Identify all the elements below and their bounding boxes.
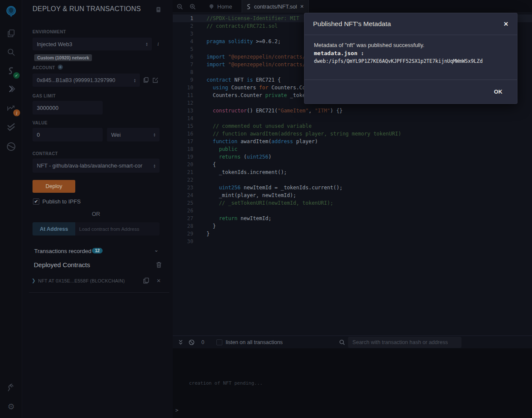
tab-nft-sol[interactable]: contracts/NFT.sol ✕ [242,0,309,13]
listen-transactions-checkbox[interactable] [216,339,222,345]
line-number: 20 [173,161,197,168]
modal-close-icon[interactable]: ✕ [503,21,508,27]
unit-value: Wei [111,132,154,138]
line-number: 19 [173,153,197,161]
line-number: 10 [173,84,197,91]
terminal-prompt[interactable]: > [175,407,178,413]
line-number: 8 [173,68,197,76]
line-number: 14 [173,115,197,122]
code-text: public [197,145,237,153]
contract-label: CONTRACT [33,151,58,156]
terminal-search-input[interactable] [348,337,461,348]
gas-limit-input[interactable] [37,105,98,111]
account-label: ACCOUNT [33,65,55,70]
at-address-button[interactable]: At Address [33,222,75,235]
contract-value: NFT - github/ava-labs/avalanche-smart-co… [37,162,157,169]
code-text [197,99,207,107]
code-text: // _setTokenURI(newItemId, tokenURI); [197,199,333,207]
deploy-run-icon[interactable] [0,80,22,99]
ban-icon[interactable] [189,339,195,345]
edit-icon[interactable] [152,77,159,85]
line-number: 12 [173,99,197,107]
select-arrows-icon: ▴▾ [146,42,148,46]
analytics-icon[interactable]: 1 [0,99,22,118]
line-number: 27 [173,215,197,222]
code-line: 20 { [173,161,532,168]
line-number: 28 [173,222,197,230]
transactions-count-badge: 12 [92,248,103,253]
code-text: return newItemId; [197,215,272,222]
publish-ipfs-checkbox[interactable]: ✔ [33,198,39,205]
modal-title: Published NFT's Metadata [313,20,391,28]
chevron-down-icon[interactable]: ⌄ [154,247,159,253]
double-chevron-down-icon[interactable] [178,339,183,345]
settings-icon[interactable]: ⚙ [0,397,22,416]
plugin-manager-icon[interactable] [0,378,22,397]
code-line: 30 [173,238,532,245]
code-text: contract NFT is ERC721 { [197,76,281,84]
value-input[interactable] [37,132,98,138]
search-icon[interactable] [0,43,22,62]
modal-header: Published NFT's Metadata ✕ [304,13,517,35]
code-line: 23 uint256 newItemId = _tokenIds.current… [173,184,532,191]
code-text: pragma solidity >=0.6.2; [197,38,281,45]
code-text: constructor() ERC721("GameItem", "ITM") … [197,107,343,115]
gas-limit-label: GAS LIMIT [33,94,56,98]
analytics-count-badge: 1 [13,109,20,116]
ok-button[interactable]: OK [494,88,502,95]
code-line: 14 [173,115,532,122]
code-line: 24 _mint(player, newItemId); [173,191,532,199]
line-number: 17 [173,138,197,145]
zoom-in-icon[interactable] [189,3,196,10]
code-text: _tokenIds.increment(); [197,168,287,176]
line-number: 21 [173,168,197,176]
code-text: // function awardItem(address player, st… [197,130,401,138]
at-address-input[interactable] [75,222,160,235]
line-number: 30 [173,238,197,245]
code-text: uint256 newItemId = _tokenIds.current(); [197,184,343,191]
chevron-right-icon[interactable]: ❯ [32,278,35,283]
code-text [197,238,207,245]
remix-ide-app: ✔ 1 ⚙ DEPLOY & RUN TRANSACTIONS ENVIRONM… [0,0,532,418]
code-text [197,176,207,184]
compiler-success-badge: ✔ [13,72,20,79]
terminal: 0 listen on all transactions creation of… [173,336,532,418]
file-explorer-icon[interactable] [0,24,22,43]
contract-select[interactable]: NFT - github/ava-labs/avalanche-smart-co… [33,159,160,173]
plus-circle-icon[interactable] [57,64,63,72]
terminal-toolbar: 0 listen on all transactions [173,336,532,348]
zoom-out-icon[interactable] [177,3,183,10]
deploy-button[interactable]: Deploy [33,180,75,193]
value-label: VALUE [33,121,47,125]
remix-logo[interactable] [0,2,22,21]
divider [29,292,169,293]
close-tab-icon[interactable]: ✕ [300,4,304,9]
info-icon[interactable]: i [157,41,159,47]
line-number: 26 [173,207,197,215]
unit-select[interactable]: Wei ▴▾ [107,128,160,141]
code-text: } [197,222,216,230]
select-arrows-icon: ▴▾ [154,164,155,168]
remove-contract-icon[interactable]: ✕ [157,278,161,284]
unit-testing-icon[interactable] [0,118,22,136]
solidity-compiler-icon[interactable]: ✔ [0,62,22,80]
line-number: 9 [173,76,197,84]
line-number: 25 [173,199,197,207]
debugger-icon[interactable] [0,137,22,156]
copy-icon[interactable] [143,277,149,286]
line-number: 24 [173,191,197,199]
book-icon[interactable] [155,6,162,15]
code-text: //SPDX-License-Identifier: MIT [197,15,299,22]
modal-body: Metadata of "nft" was published successf… [304,35,517,79]
account-select[interactable]: 0x845...B1aB3 (999991.3297990 ▴▾ [33,74,140,87]
environment-select[interactable]: Injected Web3 ▴▾ [33,38,152,50]
editor-tab-bar: Home contracts/NFT.sol ✕ [173,0,532,13]
deployed-contract-item[interactable]: NFT AT 0X15E...E558F (BLOCKCHAIN) [38,278,125,283]
tab-home[interactable]: Home [204,0,236,13]
copy-icon[interactable] [143,77,149,85]
transactions-recorded-label[interactable]: Transactions recorded [34,248,92,254]
trash-icon[interactable] [156,262,162,270]
line-number: 7 [173,61,197,68]
line-number: 4 [173,38,197,45]
environment-value: Injected Web3 [37,41,146,47]
